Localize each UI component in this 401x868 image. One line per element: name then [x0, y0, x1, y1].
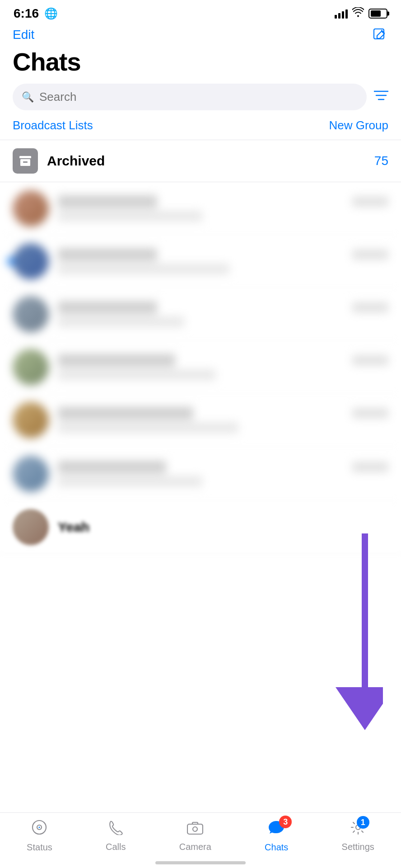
chat-time	[352, 250, 388, 259]
globe-icon: 🌐	[44, 7, 58, 20]
tab-camera[interactable]: Camera	[179, 820, 211, 852]
chat-item[interactable]	[0, 288, 401, 341]
status-bar: 6:16 🌐	[0, 0, 401, 24]
chat-info	[58, 195, 388, 222]
tab-status[interactable]: Status	[27, 819, 52, 853]
chat-time	[352, 355, 388, 365]
chat-name	[58, 354, 175, 367]
avatar	[13, 190, 49, 226]
signal-bar-2	[338, 13, 340, 19]
svg-rect-4	[19, 156, 31, 158]
camera-icon	[187, 820, 203, 839]
tab-bar: Status Calls Camera 3 Chats	[0, 812, 401, 868]
home-indicator	[155, 861, 246, 864]
signal-bar-1	[335, 15, 337, 19]
annotation-arrow	[324, 533, 383, 732]
search-bar[interactable]: 🔍	[13, 84, 367, 110]
archived-row[interactable]: Archived 75	[0, 140, 401, 182]
chat-name	[58, 248, 157, 261]
svg-rect-12	[187, 824, 203, 834]
tab-settings[interactable]: 1 Settings	[342, 820, 374, 852]
svg-rect-6	[23, 161, 28, 163]
chat-actions: Broadcast Lists New Group	[0, 118, 401, 140]
filter-icon[interactable]	[374, 90, 388, 104]
tab-settings-label: Settings	[342, 842, 374, 852]
tab-calls[interactable]: Calls	[106, 820, 126, 852]
chat-name	[58, 461, 166, 473]
chat-info	[58, 354, 388, 380]
chat-item[interactable]	[0, 447, 401, 501]
tab-camera-label: Camera	[179, 842, 211, 852]
signal-bar-4	[345, 9, 348, 19]
chat-item[interactable]	[0, 182, 401, 235]
search-input[interactable]	[39, 90, 358, 104]
edit-button[interactable]: Edit	[13, 28, 34, 42]
archived-label: Archived	[47, 153, 365, 169]
chat-time	[352, 197, 388, 207]
svg-point-11	[39, 827, 40, 828]
settings-badge: 1	[357, 816, 369, 829]
status-icon	[31, 819, 47, 840]
arrow-svg	[324, 533, 383, 732]
chat-item[interactable]	[0, 394, 401, 447]
battery-fill	[371, 10, 381, 17]
chat-item[interactable]	[0, 341, 401, 394]
svg-point-13	[193, 827, 197, 831]
chat-preview	[58, 369, 216, 380]
chat-time	[352, 408, 388, 418]
avatar	[13, 456, 49, 492]
settings-icon: 1	[350, 820, 366, 839]
page-title: Chats	[0, 47, 401, 84]
chat-preview	[58, 422, 238, 433]
chat-info	[58, 248, 388, 274]
svg-marker-8	[336, 687, 383, 730]
avatar	[13, 243, 49, 279]
chat-name-row	[58, 354, 388, 367]
battery-tip	[387, 12, 389, 16]
chat-name-row	[58, 407, 388, 420]
new-group-button[interactable]: New Group	[329, 118, 389, 132]
archived-count: 75	[374, 154, 388, 168]
chats-icon: 3	[267, 819, 285, 840]
chat-item[interactable]	[0, 235, 401, 288]
tab-calls-label: Calls	[106, 842, 126, 852]
battery-icon	[368, 9, 387, 19]
chat-name	[58, 195, 157, 208]
chat-time	[352, 302, 388, 312]
broadcast-lists-button[interactable]: Broadcast Lists	[13, 118, 93, 132]
signal-bar-3	[342, 11, 344, 19]
chat-preview	[58, 264, 229, 274]
chat-info: Yeah	[58, 519, 388, 535]
chat-preview	[58, 211, 202, 222]
compose-button[interactable]	[371, 26, 388, 43]
chat-name-row	[58, 248, 388, 261]
last-chat-row[interactable]: Yeah	[0, 501, 401, 554]
search-icon: 🔍	[22, 91, 34, 103]
chat-message-preview: Yeah	[58, 519, 89, 534]
chats-badge: 3	[279, 816, 292, 828]
chat-preview	[58, 316, 184, 327]
status-icons	[335, 7, 387, 20]
time-label: 6:16	[14, 6, 39, 21]
tab-chats-label: Chats	[265, 842, 288, 853]
chat-info	[58, 461, 388, 487]
search-section: 🔍	[0, 84, 401, 118]
chat-name	[58, 301, 157, 314]
chat-name-row	[58, 301, 388, 314]
avatar	[13, 509, 49, 545]
header: Edit	[0, 24, 401, 47]
chat-time	[352, 462, 388, 472]
tab-chats[interactable]: 3 Chats	[265, 819, 288, 853]
signal-bars	[335, 9, 348, 19]
chat-info	[58, 301, 388, 327]
chat-name-row	[58, 195, 388, 208]
tab-status-label: Status	[27, 842, 52, 853]
chat-info	[58, 407, 388, 433]
chat-preview	[58, 476, 202, 487]
archive-icon	[13, 148, 38, 174]
chat-name	[58, 407, 193, 420]
chat-list	[0, 182, 401, 501]
status-time: 6:16 🌐	[14, 6, 58, 21]
chat-name-row	[58, 461, 388, 473]
calls-icon	[108, 820, 123, 839]
